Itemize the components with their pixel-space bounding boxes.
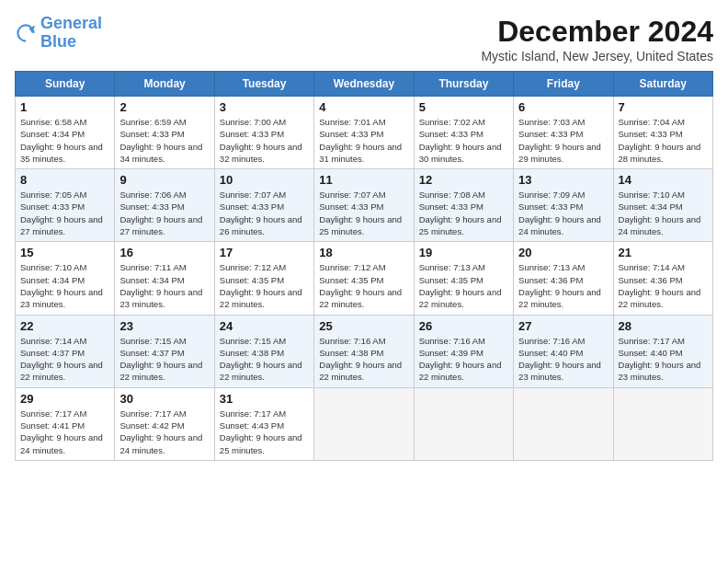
- calendar-cell: 27 Sunrise: 7:16 AM Sunset: 4:40 PM Dayl…: [514, 315, 613, 387]
- weekday-header-tuesday: Tuesday: [214, 72, 313, 97]
- calendar-cell: 1 Sunrise: 6:58 AM Sunset: 4:34 PM Dayli…: [16, 97, 115, 169]
- day-info: Sunrise: 7:10 AM Sunset: 4:34 PM Dayligh…: [619, 189, 708, 237]
- calendar-cell: 13 Sunrise: 7:09 AM Sunset: 4:33 PM Dayl…: [514, 169, 613, 242]
- calendar-cell: 11 Sunrise: 7:07 AM Sunset: 4:33 PM Dayl…: [314, 169, 414, 242]
- calendar-week-row: 15 Sunrise: 7:10 AM Sunset: 4:34 PM Dayl…: [16, 242, 713, 315]
- calendar-cell: [314, 387, 414, 460]
- header: General Blue December 2024 Mystic Island…: [15, 15, 713, 63]
- calendar-cell: 6 Sunrise: 7:03 AM Sunset: 4:33 PM Dayli…: [514, 97, 613, 169]
- day-info: Sunrise: 7:06 AM Sunset: 4:33 PM Dayligh…: [119, 189, 209, 237]
- day-number: 25: [319, 319, 408, 333]
- day-number: 24: [220, 319, 309, 333]
- day-info: Sunrise: 7:15 AM Sunset: 4:38 PM Dayligh…: [220, 335, 309, 384]
- day-info: Sunrise: 7:11 AM Sunset: 4:34 PM Dayligh…: [119, 261, 209, 310]
- day-info: Sunrise: 7:12 AM Sunset: 4:35 PM Dayligh…: [319, 261, 408, 310]
- calendar-cell: 22 Sunrise: 7:14 AM Sunset: 4:37 PM Dayl…: [16, 315, 115, 387]
- day-info: Sunrise: 7:02 AM Sunset: 4:33 PM Dayligh…: [419, 116, 508, 165]
- calendar-cell: [514, 387, 613, 460]
- day-number: 22: [20, 319, 109, 333]
- calendar-week-row: 22 Sunrise: 7:14 AM Sunset: 4:37 PM Dayl…: [16, 315, 713, 387]
- day-info: Sunrise: 7:17 AM Sunset: 4:42 PM Dayligh…: [119, 408, 209, 456]
- calendar-cell: 8 Sunrise: 7:05 AM Sunset: 4:33 PM Dayli…: [16, 169, 115, 242]
- day-number: 3: [220, 100, 309, 114]
- day-number: 18: [319, 246, 408, 259]
- day-number: 19: [419, 246, 508, 259]
- day-info: Sunrise: 7:07 AM Sunset: 4:33 PM Dayligh…: [319, 189, 408, 237]
- calendar-cell: 23 Sunrise: 7:15 AM Sunset: 4:37 PM Dayl…: [115, 315, 214, 387]
- calendar-cell: 10 Sunrise: 7:07 AM Sunset: 4:33 PM Dayl…: [214, 169, 313, 242]
- day-number: 11: [319, 173, 408, 187]
- day-info: Sunrise: 7:15 AM Sunset: 4:37 PM Dayligh…: [119, 335, 209, 384]
- day-number: 14: [619, 173, 708, 187]
- calendar-cell: [613, 387, 712, 460]
- day-number: 28: [619, 319, 708, 333]
- calendar-cell: 20 Sunrise: 7:13 AM Sunset: 4:36 PM Dayl…: [514, 242, 613, 315]
- day-info: Sunrise: 7:10 AM Sunset: 4:34 PM Dayligh…: [20, 261, 109, 310]
- calendar-cell: 9 Sunrise: 7:06 AM Sunset: 4:33 PM Dayli…: [115, 169, 214, 242]
- day-info: Sunrise: 7:12 AM Sunset: 4:35 PM Dayligh…: [220, 261, 309, 310]
- day-number: 31: [220, 392, 309, 406]
- calendar-week-row: 1 Sunrise: 6:58 AM Sunset: 4:34 PM Dayli…: [16, 97, 713, 169]
- day-number: 16: [119, 246, 209, 259]
- calendar-cell: 29 Sunrise: 7:17 AM Sunset: 4:41 PM Dayl…: [16, 387, 115, 460]
- day-number: 7: [619, 100, 708, 114]
- day-info: Sunrise: 7:08 AM Sunset: 4:33 PM Dayligh…: [419, 189, 508, 237]
- calendar-cell: 3 Sunrise: 7:00 AM Sunset: 4:33 PM Dayli…: [214, 97, 313, 169]
- day-info: Sunrise: 7:16 AM Sunset: 4:40 PM Dayligh…: [518, 335, 608, 384]
- logo-line2: Blue: [40, 33, 102, 52]
- logo-line1: General: [40, 15, 102, 33]
- day-number: 23: [119, 319, 209, 333]
- day-number: 27: [518, 319, 608, 333]
- day-number: 26: [419, 319, 508, 333]
- day-info: Sunrise: 6:58 AM Sunset: 4:34 PM Dayligh…: [20, 116, 109, 165]
- day-info: Sunrise: 7:09 AM Sunset: 4:33 PM Dayligh…: [518, 189, 608, 237]
- logo-icon: [15, 22, 37, 44]
- calendar-cell: 17 Sunrise: 7:12 AM Sunset: 4:35 PM Dayl…: [214, 242, 313, 315]
- calendar-cell: 31 Sunrise: 7:17 AM Sunset: 4:43 PM Dayl…: [214, 387, 313, 460]
- day-number: 30: [119, 392, 209, 406]
- day-number: 15: [20, 246, 109, 259]
- calendar-cell: 19 Sunrise: 7:13 AM Sunset: 4:35 PM Dayl…: [414, 242, 513, 315]
- day-number: 6: [518, 100, 608, 114]
- calendar-cell: 24 Sunrise: 7:15 AM Sunset: 4:38 PM Dayl…: [214, 315, 313, 387]
- day-info: Sunrise: 7:17 AM Sunset: 4:43 PM Dayligh…: [220, 408, 309, 456]
- calendar-cell: 25 Sunrise: 7:16 AM Sunset: 4:38 PM Dayl…: [314, 315, 414, 387]
- calendar-week-row: 29 Sunrise: 7:17 AM Sunset: 4:41 PM Dayl…: [16, 387, 713, 460]
- day-info: Sunrise: 7:17 AM Sunset: 4:40 PM Dayligh…: [619, 335, 708, 384]
- day-number: 21: [619, 246, 708, 259]
- calendar-cell: 16 Sunrise: 7:11 AM Sunset: 4:34 PM Dayl…: [115, 242, 214, 315]
- calendar-cell: 14 Sunrise: 7:10 AM Sunset: 4:34 PM Dayl…: [613, 169, 712, 242]
- calendar-cell: 21 Sunrise: 7:14 AM Sunset: 4:36 PM Dayl…: [613, 242, 712, 315]
- calendar-cell: 28 Sunrise: 7:17 AM Sunset: 4:40 PM Dayl…: [613, 315, 712, 387]
- day-number: 12: [419, 173, 508, 187]
- day-info: Sunrise: 7:16 AM Sunset: 4:38 PM Dayligh…: [319, 335, 408, 384]
- day-number: 17: [220, 246, 309, 259]
- day-number: 13: [518, 173, 608, 187]
- calendar-cell: 7 Sunrise: 7:04 AM Sunset: 4:33 PM Dayli…: [613, 97, 712, 169]
- day-number: 9: [119, 173, 209, 187]
- day-number: 5: [419, 100, 508, 114]
- calendar-week-row: 8 Sunrise: 7:05 AM Sunset: 4:33 PM Dayli…: [16, 169, 713, 242]
- calendar-cell: 30 Sunrise: 7:17 AM Sunset: 4:42 PM Dayl…: [115, 387, 214, 460]
- calendar-header-row: SundayMondayTuesdayWednesdayThursdayFrid…: [16, 72, 713, 97]
- weekday-header-thursday: Thursday: [414, 72, 513, 97]
- day-info: Sunrise: 7:05 AM Sunset: 4:33 PM Dayligh…: [20, 189, 109, 237]
- day-info: Sunrise: 7:17 AM Sunset: 4:41 PM Dayligh…: [20, 408, 109, 456]
- day-number: 1: [20, 100, 109, 114]
- calendar-cell: 26 Sunrise: 7:16 AM Sunset: 4:39 PM Dayl…: [414, 315, 513, 387]
- calendar-cell: 12 Sunrise: 7:08 AM Sunset: 4:33 PM Dayl…: [414, 169, 513, 242]
- calendar: SundayMondayTuesdayWednesdayThursdayFrid…: [15, 71, 713, 461]
- day-number: 20: [518, 246, 608, 259]
- title-area: December 2024 Mystic Island, New Jersey,…: [481, 15, 713, 63]
- calendar-cell: 18 Sunrise: 7:12 AM Sunset: 4:35 PM Dayl…: [314, 242, 414, 315]
- day-number: 8: [20, 173, 109, 187]
- day-info: Sunrise: 7:07 AM Sunset: 4:33 PM Dayligh…: [220, 189, 309, 237]
- day-info: Sunrise: 7:14 AM Sunset: 4:37 PM Dayligh…: [20, 335, 109, 384]
- day-number: 10: [220, 173, 309, 187]
- month-title: December 2024: [481, 15, 713, 49]
- day-info: Sunrise: 7:13 AM Sunset: 4:35 PM Dayligh…: [419, 261, 508, 310]
- day-info: Sunrise: 7:01 AM Sunset: 4:33 PM Dayligh…: [319, 116, 408, 165]
- calendar-cell: 5 Sunrise: 7:02 AM Sunset: 4:33 PM Dayli…: [414, 97, 513, 169]
- day-info: Sunrise: 7:03 AM Sunset: 4:33 PM Dayligh…: [518, 116, 608, 165]
- weekday-header-saturday: Saturday: [613, 72, 712, 97]
